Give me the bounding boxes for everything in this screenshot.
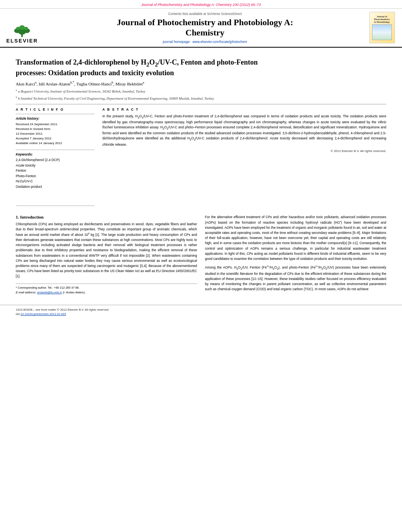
bottom-info: 1010-6030/$ – see front matter © 2012 El… bbox=[16, 308, 109, 317]
header-divider bbox=[16, 104, 386, 104]
journal-homepage-line: journal homepage: www.elsevier.com/locat… bbox=[163, 40, 247, 44]
keyword-3: Photo-Fenton bbox=[16, 174, 94, 179]
keywords-section: Keywords: 2,4-Dichlorophenol (2,4 DCP) A… bbox=[16, 150, 94, 190]
keyword-2: Fenton bbox=[16, 168, 94, 174]
affiliation-a: a a Bogazici University, Institute of En… bbox=[16, 89, 386, 94]
keywords-divider bbox=[16, 150, 94, 150]
copyright-text: © 2012 Elsevier B.V. All rights reserved… bbox=[102, 149, 386, 153]
journal-title-line1: Journal of Photochemistry and Photobiolo… bbox=[117, 17, 293, 27]
received-date: Received 24 September 2011 bbox=[16, 122, 94, 127]
bottom-bar: 1010-6030/$ – see front matter © 2012 El… bbox=[0, 305, 402, 319]
journal-ref-text: Journal of Photochemistry and Photobiolo… bbox=[141, 3, 261, 7]
history-label: Article history: bbox=[16, 117, 94, 120]
journal-cover-thumbnail: Journal ofPhotochemistry& Photobiology bbox=[369, 12, 395, 43]
elsevier-wordmark: ELSEVIER bbox=[6, 38, 38, 44]
abstract-header: A B S T R A C T bbox=[102, 108, 386, 111]
journal-title-area: Contents lists available at SciVerse Sci… bbox=[46, 12, 364, 44]
section1-right-text1: For the alternative efficient treatment … bbox=[205, 215, 387, 261]
cover-image-placeholder bbox=[372, 24, 392, 40]
main-content: Transformation of 2,4-dichlorophenol by … bbox=[0, 48, 402, 298]
footnote-section: * Corresponding author. Tel.: +90 212 28… bbox=[16, 284, 197, 295]
sciverse-line: Contents lists available at SciVerse Sci… bbox=[168, 12, 242, 16]
section1-right-text2: Among the AOPs, H2O2/UV, Fenton (Fe2+/H2… bbox=[205, 265, 387, 292]
footnote-corresponding: * Corresponding author. Tel.: +90 212 28… bbox=[16, 285, 197, 290]
svg-point-4 bbox=[19, 25, 25, 30]
homepage-url[interactable]: www.elsevier.com/locate/jphotochem bbox=[193, 40, 247, 44]
revised-label: Received in revised form bbox=[16, 127, 94, 132]
journal-cover-area: Journal ofPhotochemistry& Photobiology bbox=[368, 12, 396, 44]
affiliation-b: b b Istanbul Technical University, Facul… bbox=[16, 96, 386, 101]
journal-title-line2: Chemistry bbox=[185, 28, 224, 37]
svg-point-6 bbox=[24, 27, 28, 30]
elsevier-logo: ELSEVIER bbox=[6, 23, 38, 44]
authors-line: Akın Karcia, Idil Arslan-Alatonb,*, Tugb… bbox=[16, 81, 386, 86]
accepted-date: Accepted 7 January 2012 bbox=[16, 136, 94, 141]
article-info-header: A R T I C L E I N F O bbox=[16, 108, 94, 111]
article-title: Transformation of 2,4-dichlorophenol by … bbox=[16, 58, 386, 78]
issn-line: 1010-6030/$ – see front matter © 2012 El… bbox=[16, 308, 109, 312]
keywords-label: Keywords: bbox=[16, 152, 94, 156]
article-info-abstract-section: A R T I C L E I N F O Article history: R… bbox=[16, 108, 386, 208]
bottom-left-divider bbox=[16, 206, 94, 206]
journal-header: ELSEVIER Contents lists available at Sci… bbox=[0, 9, 402, 48]
page: Journal of Photochemistry and Photobiolo… bbox=[0, 0, 402, 532]
body-right-column: For the alternative efficient treatment … bbox=[205, 215, 387, 295]
doi-line: doi:10.1016/j.jphotochem.2012.01.003 bbox=[16, 312, 109, 316]
svg-point-5 bbox=[16, 27, 20, 30]
available-date: Available online 14 January 2012 bbox=[16, 141, 94, 146]
contents-lists-text: Contents lists available at SciVerse Sci… bbox=[168, 12, 242, 16]
journal-reference-bar: Journal of Photochemistry and Photobiolo… bbox=[0, 0, 402, 9]
keyword-5: Oxidation product bbox=[16, 184, 94, 190]
footnote-email: E-mail address: arslanid@itu.edu.tr (I. … bbox=[16, 290, 197, 295]
doi-link[interactable]: 10.1016/j.jphotochem.2012.01.003 bbox=[20, 312, 66, 316]
section1-left-text: Chlorophenols (CPs) are being employed a… bbox=[16, 222, 197, 279]
keyword-1: Acute toxicity bbox=[16, 163, 94, 169]
homepage-label: journal homepage: bbox=[163, 40, 190, 44]
abstract-column: A B S T R A C T In the present study, H2… bbox=[102, 108, 386, 208]
article-info-column: A R T I C L E I N F O Article history: R… bbox=[16, 108, 94, 208]
abstract-body: In the present study, H2O2/UV-C, Fenton … bbox=[102, 114, 386, 147]
body-content-section: 1. Introduction Chlorophenols (CPs) are … bbox=[16, 215, 386, 295]
body-left-column: 1. Introduction Chlorophenols (CPs) are … bbox=[16, 215, 197, 295]
keyword-0: 2,4-Dichlorophenol (2,4 DCP) bbox=[16, 158, 94, 163]
journal-main-title: Journal of Photochemistry and Photobiolo… bbox=[117, 17, 293, 38]
section1-title: 1. Introduction bbox=[16, 215, 197, 219]
elsevier-tree-icon bbox=[10, 23, 34, 38]
keyword-4: H₂O₂/UV-C bbox=[16, 179, 94, 184]
email-link[interactable]: arslanid@itu.edu.tr bbox=[37, 291, 62, 294]
cover-journal-title: Journal ofPhotochemistry& Photobiology bbox=[374, 15, 390, 24]
elsevier-logo-area: ELSEVIER bbox=[6, 12, 42, 44]
revised-date: 12 December 2011 bbox=[16, 132, 94, 136]
article-info-divider bbox=[16, 114, 94, 114]
